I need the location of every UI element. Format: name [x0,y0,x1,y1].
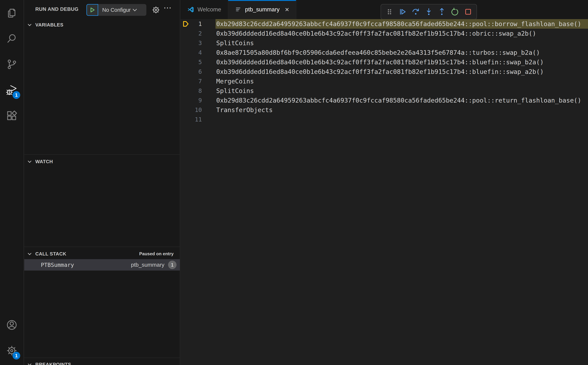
editor-gutter[interactable]: 11 [181,115,215,124]
line-text[interactable]: SplitCoins [215,38,588,48]
code-line[interactable]: 20xb39d6dddedd16ed8a40ce0b1e6b43c92acf0f… [181,29,588,38]
accounts-button[interactable] [0,312,23,338]
sidebar-item-extensions[interactable] [0,103,23,129]
manage-button[interactable]: 1 [0,338,23,364]
frame-source: ptb_summary [131,262,164,268]
line-text[interactable]: 0x8ae871505a80d8bf6bf9c05906cda6edfeea46… [215,48,588,57]
debug-current-line-icon [182,20,190,28]
activity-bar-bottom: 1 [0,312,23,365]
line-number[interactable]: 9 [198,96,202,105]
section-divider [24,154,180,155]
start-debugging-button[interactable] [86,4,98,16]
section-breakpoints[interactable]: BREAKPOINTS [24,359,180,365]
code-line[interactable]: 60xb39d6dddedd16ed8a40ce0b1e6b43c92acf0f… [181,67,588,77]
chevron-down-icon [28,251,31,255]
editor-gutter[interactable]: 7 [181,77,215,86]
explorer-icon [6,7,18,19]
line-number[interactable]: 5 [198,57,202,67]
debug-config-value: No Configur [102,7,131,13]
step-out-button[interactable] [435,5,448,18]
list-file-icon [235,6,242,13]
section-call-stack[interactable]: CALL STACK Paused on entry [24,248,180,260]
editor-gutter[interactable]: 2 [181,29,215,38]
activity-bar: 1 1 [0,0,24,365]
sidebar-item-run-and-debug[interactable]: 1 [0,77,23,103]
stop-button[interactable] [462,5,475,18]
line-text[interactable]: SplitCoins [215,86,588,96]
line-number[interactable]: 11 [195,115,202,124]
close-icon[interactable]: ✕ [285,7,289,13]
code-line[interactable]: 50xb39d6dddedd16ed8a40ce0b1e6b43c92acf0f… [181,57,588,67]
tab-ptb-summary[interactable]: ptb_summary ✕ [228,0,296,19]
play-icon [89,7,96,13]
line-number[interactable]: 8 [198,86,202,96]
run-and-debug-sidebar: RUN AND DEBUG No Configur ⋯ VARIABLES [24,0,180,365]
editor-gutter[interactable]: 1 [181,19,215,29]
line-text[interactable]: MergeCoins [215,77,588,86]
line-text[interactable]: 0xb29d83c26cdd2a64959263abbcfc4a6937f0c9… [215,96,588,105]
editor-gutter[interactable]: 8 [181,86,215,96]
line-number[interactable]: 1 [198,19,202,29]
sidebar-item-source-control[interactable] [0,51,23,77]
debug-toolbar [381,4,477,20]
sidebar-title: RUN AND DEBUG [35,0,78,18]
vscode-logo-icon [187,6,194,13]
code-line[interactable]: 90xb29d83c26cdd2a64959263abbcfc4a6937f0c… [181,96,588,105]
section-divider [24,358,180,358]
chevron-down-icon [133,7,137,11]
debug-config-dropdown[interactable]: No Configur [98,4,146,16]
debug-settings-button[interactable] [151,5,161,15]
search-icon [6,33,18,44]
call-stack-frame[interactable]: PTBSummary ptb_summary 1 [24,259,180,271]
editor-gutter[interactable]: 3 [181,38,215,48]
line-number[interactable]: 2 [198,29,202,38]
source-control-icon [6,58,18,70]
debug-config-control: No Configur [86,4,146,16]
line-number[interactable]: 7 [198,77,202,86]
sidebar-item-search[interactable] [0,26,23,51]
step-over-button[interactable] [409,5,422,18]
tab-welcome[interactable]: Welcome [181,0,228,19]
code-line[interactable]: 40x8ae871505a80d8bf6bf9c05906cda6edfeea4… [181,48,588,57]
line-text[interactable] [215,115,588,124]
toolbar-drag-handle[interactable] [383,5,396,18]
settings-badge: 1 [13,352,20,359]
activity-bar-top: 1 [0,0,23,129]
more-actions-button[interactable]: ⋯ [163,3,173,15]
editor-gutter[interactable]: 4 [181,48,215,57]
editor-group: Welcome ptb_summary ✕ [181,0,588,365]
frame-badge: 1 [168,261,177,269]
editor-gutter[interactable]: 9 [181,96,215,105]
line-number[interactable]: 10 [195,105,202,115]
section-watch[interactable]: WATCH [24,156,180,167]
gear-icon [151,5,161,14]
line-text[interactable]: 0xb29d83c26cdd2a64959263abbcfc4a6937f0c9… [215,19,588,29]
sidebar-item-explorer[interactable] [0,0,23,26]
debug-badge: 1 [13,91,20,99]
continue-button[interactable] [396,5,409,18]
line-text[interactable]: 0xb39d6dddedd16ed8a40ce0b1e6b43c92acf0ff… [215,29,588,38]
sidebar-header: RUN AND DEBUG No Configur ⋯ [24,0,180,18]
section-variables[interactable]: VARIABLES [24,19,180,30]
code-line[interactable]: 10TransferObjects [181,105,588,115]
line-number[interactable]: 4 [198,48,202,57]
accounts-icon [6,319,18,331]
code-area[interactable]: 10xb29d83c26cdd2a64959263abbcfc4a6937f0c… [181,19,588,365]
line-number[interactable]: 3 [198,38,202,48]
extensions-icon [6,110,18,122]
editor-gutter[interactable]: 5 [181,57,215,67]
code-line[interactable]: 10xb29d83c26cdd2a64959263abbcfc4a6937f0c… [181,19,588,29]
code-line[interactable]: 7MergeCoins [181,77,588,86]
line-text[interactable]: 0xb39d6dddedd16ed8a40ce0b1e6b43c92acf0ff… [215,57,588,67]
editor-gutter[interactable]: 6 [181,67,215,77]
section-divider [24,247,180,247]
line-text[interactable]: 0xb39d6dddedd16ed8a40ce0b1e6b43c92acf0ff… [215,67,588,77]
code-line[interactable]: 11 [181,115,588,124]
step-into-button[interactable] [422,5,435,18]
code-line[interactable]: 3SplitCoins [181,38,588,48]
line-number[interactable]: 6 [198,67,202,77]
editor-gutter[interactable]: 10 [181,105,215,115]
restart-button[interactable] [448,5,461,18]
line-text[interactable]: TransferObjects [215,105,588,115]
code-line[interactable]: 8SplitCoins [181,86,588,96]
